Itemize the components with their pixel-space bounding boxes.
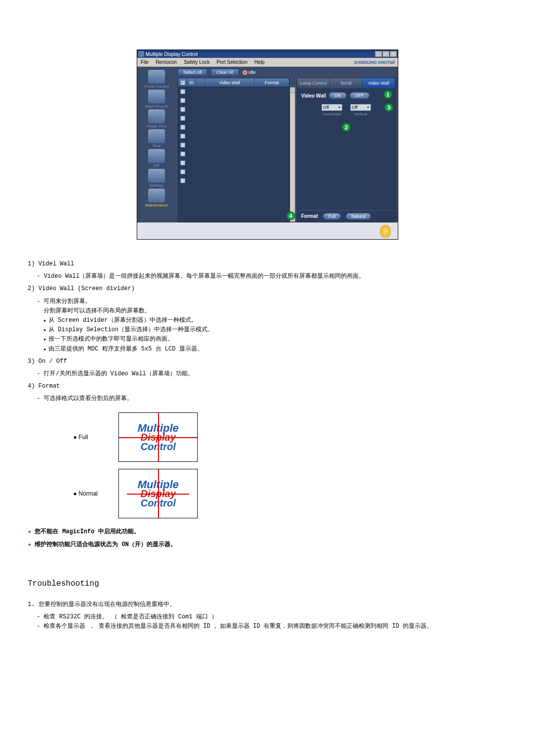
- section-3-text: 打开/关闭所选显示器的 Video Wall（屏幕墙）功能。: [37, 369, 507, 379]
- bullet-icon: ●: [73, 490, 77, 497]
- display-table: ID Video Wall Format: [178, 78, 290, 222]
- status-bar: [137, 222, 398, 239]
- table-row[interactable]: [178, 96, 289, 105]
- col-video-wall[interactable]: Video Wall: [205, 78, 255, 87]
- window-controls: _ □ ×: [375, 51, 397, 57]
- window-title: Multiple Display Control: [146, 51, 198, 57]
- maximize-button[interactable]: □: [382, 51, 389, 57]
- section-2-bullet-4: 由三星提供的 MDC 程序支持最多 5x5 台 LCD 显示器。: [44, 345, 507, 354]
- section-1-title: 1) Videl Wall: [28, 259, 507, 269]
- callout-3: 3: [384, 103, 393, 112]
- callout-4: 4: [286, 211, 295, 220]
- sidebar-item-power[interactable]: Power Control: [141, 70, 172, 89]
- tab-lamp-control[interactable]: Lamp Control: [297, 78, 330, 88]
- section-2-bullet-1: 从 Screen divider（屏幕分割器）中选择一种模式。: [44, 316, 507, 325]
- table-scrollbar[interactable]: [290, 87, 295, 222]
- row-checkbox[interactable]: [180, 160, 185, 165]
- format-normal-label: Normal: [79, 490, 98, 497]
- sidebar-item-maintenance[interactable]: Maintenance: [141, 189, 172, 207]
- row-checkbox[interactable]: [180, 89, 185, 94]
- idle-indicator-icon: [243, 70, 247, 75]
- col-status-icon[interactable]: [196, 78, 205, 87]
- table-row[interactable]: [178, 132, 289, 141]
- sidebar-item-time[interactable]: Time: [141, 129, 172, 148]
- info-bulb-icon[interactable]: [380, 225, 391, 238]
- star-icon: ★: [28, 541, 31, 548]
- menu-file[interactable]: File: [137, 59, 152, 65]
- table-row[interactable]: [178, 114, 289, 123]
- row-checkbox[interactable]: [180, 125, 185, 130]
- status-idle: Idle: [243, 70, 256, 75]
- row-checkbox[interactable]: [180, 169, 185, 174]
- sidebar-item-input[interactable]: Input Source: [141, 90, 172, 108]
- app-icon: [138, 51, 144, 57]
- pip-icon: [148, 149, 165, 163]
- table-row[interactable]: [178, 87, 289, 96]
- close-button[interactable]: ×: [390, 51, 397, 57]
- format-full-button[interactable]: Full: [323, 213, 341, 220]
- sidebar-item-settings[interactable]: Settings: [141, 169, 172, 188]
- app-screenshot: Multiple Display Control _ □ × File Remo…: [137, 50, 398, 240]
- menu-remocon[interactable]: Remocon: [152, 59, 180, 65]
- row-checkbox[interactable]: [180, 134, 185, 139]
- row-checkbox[interactable]: [180, 98, 185, 103]
- vertical-select[interactable]: Off ▼: [350, 104, 371, 111]
- table-row[interactable]: [178, 176, 289, 185]
- sidebar-item-image-size[interactable]: Image Size: [141, 109, 172, 128]
- time-icon: [148, 129, 165, 143]
- control-panel: Lamp Control Scroll Video Wall 1 Video W…: [297, 78, 396, 222]
- table-row[interactable]: [178, 150, 289, 158]
- callout-1: 1: [383, 90, 392, 99]
- minimize-button[interactable]: _: [375, 51, 382, 57]
- note-2: ★ 维护控制功能只适合电源状态为 ON（开）的显示器。: [28, 540, 507, 550]
- power-icon: [148, 70, 165, 84]
- format-natural-button[interactable]: Natural: [346, 213, 371, 220]
- tab-scroll[interactable]: Scroll: [330, 78, 363, 88]
- vertical-label: Vertical: [354, 112, 367, 116]
- format-label: Format: [301, 213, 318, 219]
- table-row[interactable]: [178, 167, 289, 176]
- section-3-title: 3) On / Off: [28, 357, 507, 366]
- col-check[interactable]: [178, 78, 187, 87]
- video-wall-on-button[interactable]: ON: [329, 92, 347, 99]
- sidebar-item-pip[interactable]: PIP: [141, 149, 172, 168]
- troubleshooting-1-bullet-1: 检查 RS232C 的连接。 （ 检查是否正确连接到 Com1 端口 ）: [37, 612, 507, 622]
- sidebar: Power Control Input Source Image Size Ti…: [137, 67, 176, 222]
- chevron-down-icon: ▼: [367, 106, 370, 109]
- table-row[interactable]: [178, 123, 289, 132]
- section-4-text: 可选择格式以查看分割后的屏幕。: [37, 394, 507, 403]
- table-body: [178, 87, 289, 222]
- video-wall-off-button[interactable]: OFF: [350, 92, 370, 99]
- select-all-button[interactable]: Select All: [178, 69, 207, 76]
- troubleshooting-1-bullet-2: 检查各个显示器 ， 查看连接的其他显示器是否具有相同的 ID 。如果显示器 ID…: [37, 622, 507, 631]
- col-format[interactable]: Format: [255, 78, 289, 87]
- menubar: File Remocon Safety Lock Port Selection …: [137, 58, 398, 67]
- clear-all-button[interactable]: Clear All: [211, 69, 239, 76]
- tab-video-wall[interactable]: Video Wall: [363, 78, 395, 88]
- format-full-image: Multiple Display Control: [118, 412, 198, 462]
- row-checkbox[interactable]: [180, 143, 185, 148]
- star-icon: ★: [28, 528, 31, 535]
- section-2-bullet-2: 从 Display Selection（显示选择）中选择一种显示模式。: [44, 325, 507, 335]
- format-examples-table: ● Full Multiple Display Control ● Normal…: [62, 408, 209, 522]
- troubleshooting-heading: Troubleshooting: [28, 579, 507, 588]
- window-titlebar: Multiple Display Control _ □ ×: [137, 50, 398, 58]
- brand-logo: SAMSUNG DIGITall: [354, 60, 398, 65]
- menu-port-selection[interactable]: Port Selection: [213, 59, 251, 65]
- col-id[interactable]: ID: [187, 78, 196, 87]
- row-checkbox[interactable]: [180, 116, 185, 121]
- callout-2: 2: [342, 123, 351, 132]
- row-checkbox[interactable]: [180, 151, 185, 156]
- menu-help[interactable]: Help: [251, 59, 268, 65]
- menu-safety-lock[interactable]: Safety Lock: [180, 59, 213, 65]
- row-checkbox[interactable]: [180, 107, 185, 112]
- toolbar: Select All Clear All Idle: [178, 69, 396, 76]
- table-row[interactable]: [178, 158, 289, 167]
- table-row[interactable]: [178, 141, 289, 150]
- format-full-label: Full: [79, 434, 88, 441]
- horizontal-select[interactable]: Off ▼: [321, 104, 342, 111]
- row-checkbox[interactable]: [180, 178, 185, 183]
- section-2-bullet-3: 按一下所选模式中的数字即可显示相应的画面。: [44, 335, 507, 344]
- input-source-icon: [148, 90, 165, 103]
- table-row[interactable]: [178, 105, 289, 114]
